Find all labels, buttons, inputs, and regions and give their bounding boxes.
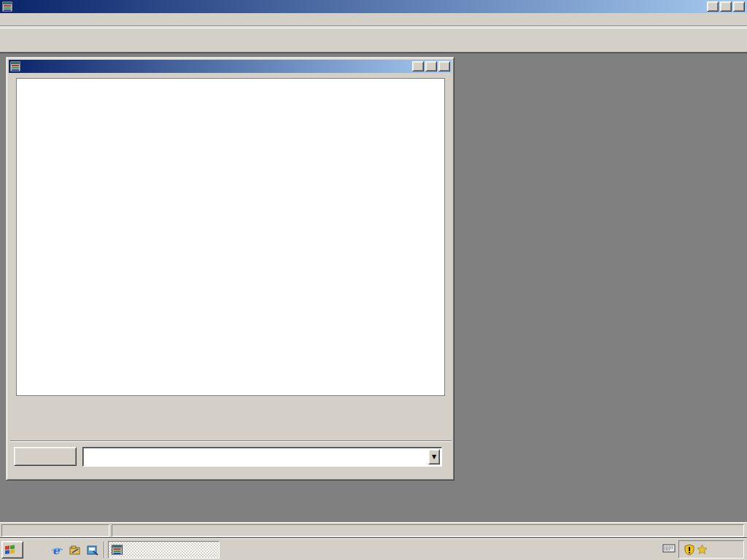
graph-window-icon xyxy=(10,61,20,71)
alarm-combobox[interactable]: ▼ xyxy=(82,447,442,467)
star-icon[interactable] xyxy=(697,544,708,555)
graph-window-client: ▼ xyxy=(9,73,452,479)
menubar xyxy=(0,13,747,26)
restore-button[interactable] xyxy=(720,1,732,12)
taskbar-divider xyxy=(104,542,105,558)
status-bar xyxy=(0,522,747,538)
main-titlebar xyxy=(0,0,747,13)
mdi-client-area: ▼ xyxy=(0,52,747,522)
alarm-reset-button[interactable] xyxy=(14,447,77,466)
task-button-icon xyxy=(112,545,123,555)
chart-canvas xyxy=(17,79,444,395)
minimize-button[interactable] xyxy=(707,1,719,12)
graph-minimize-button[interactable] xyxy=(412,61,424,71)
status-panel-2 xyxy=(112,524,744,537)
internet-explorer-icon[interactable]: e xyxy=(50,543,64,558)
separator xyxy=(10,440,452,442)
task-button-softthermo[interactable] xyxy=(108,541,220,559)
alarm-combobox-value[interactable] xyxy=(85,449,427,464)
system-tray xyxy=(678,540,744,559)
keyboard-language-icon[interactable] xyxy=(662,543,676,556)
channel-legend xyxy=(14,399,441,429)
status-message xyxy=(1,524,109,537)
graph-window: ▼ xyxy=(6,57,454,481)
taskbar: e xyxy=(0,538,747,560)
outlook-express-icon[interactable] xyxy=(85,543,100,558)
close-button[interactable] xyxy=(733,1,745,12)
graph-window-titlebar[interactable] xyxy=(9,60,452,73)
combobox-dropdown-button[interactable]: ▼ xyxy=(428,449,440,464)
toolbar xyxy=(0,28,747,52)
windows-logo-icon xyxy=(4,544,16,556)
security-shield-icon[interactable] xyxy=(684,544,694,556)
app-icon xyxy=(2,1,12,12)
line-chart xyxy=(16,78,445,396)
start-button[interactable] xyxy=(1,541,23,559)
graph-maximize-button[interactable] xyxy=(425,61,437,71)
show-desktop-icon[interactable] xyxy=(68,543,82,558)
graph-close-button[interactable] xyxy=(438,61,450,71)
svg-text:e: e xyxy=(53,544,61,557)
